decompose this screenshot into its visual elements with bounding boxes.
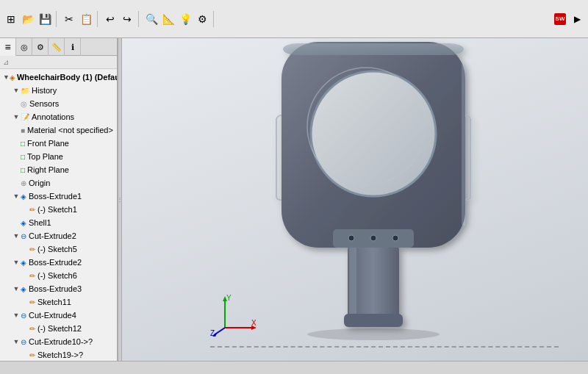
fm-tab-property[interactable]: ◎ [16,38,32,56]
expand-icon[interactable]: ▼ [12,232,21,240]
tree-item-15[interactable]: ▼◈Boss-Extrude3 [0,282,117,295]
tree-item-label-3: Material <not specified> [27,126,113,134]
new-button[interactable]: ⊞ [3,11,19,27]
tree-item-icon-17: ⊖ [21,312,26,320]
tree-item-6[interactable]: □Right Plane [0,163,117,176]
expand-icon[interactable]: ▼ [12,259,21,266]
tree-item-label-17: Cut-Extrude4 [29,311,76,320]
3d-shape-container [181,46,573,331]
coordinate-axes: Y X Z [210,295,254,339]
expand-icon[interactable]: ▼ [12,312,21,319]
tree-item-4[interactable]: □Front Plane [0,137,117,150]
fm-tabs: ≡ ◎ ⚙ 📏 ℹ [0,38,117,56]
expand-icon[interactable]: ▶ [569,11,585,27]
expand-icon[interactable]: ▼ [12,193,21,200]
tree-item-icon-15: ◈ [21,285,26,293]
tree-root[interactable]: ▼ ◈ WheelchairBody (1) (Defaul [0,71,117,84]
tree-item-label-11: Cut-Extrude2 [29,231,76,240]
svg-rect-11 [462,64,465,226]
copy-button[interactable]: 📋 [78,11,94,27]
axes-svg: Y X Z [210,295,262,339]
feature-tree[interactable]: ▼ ◈ WheelchairBody (1) (Defaul ▼📁History… [0,69,117,361]
save-button[interactable]: 💾 [37,11,53,27]
tree-item-label-9: (-) Sketch1 [37,205,77,214]
tree-item-17[interactable]: ▼⊖Cut-Extrude4 [0,309,117,322]
expand-icon[interactable]: ▼ [12,113,21,121]
svg-rect-1 [283,43,464,55]
fm-tab-tree[interactable]: ≡ [0,38,16,56]
tree-item-label-10: Shell1 [29,218,51,227]
tree-item-18[interactable]: ✏(-) Sketch12 [0,322,117,335]
tree-item-label-20: Sketch19->? [37,350,83,359]
tree-item-10[interactable]: ◈Shell1 [0,216,117,229]
tree-item-label-2: Annotations [32,112,74,121]
light-button[interactable]: 💡 [177,11,193,27]
tree-item-7[interactable]: ⊕Origin [0,176,117,190]
tree-item-11[interactable]: ▼⊖Cut-Extrude2 [0,229,117,242]
tree-item-1[interactable]: ◎Sensors [0,97,117,110]
tree-item-label-8: Boss-Extrude1 [29,192,82,201]
undo-button[interactable]: ↩ [102,11,118,27]
tree-item-label-16: Sketch11 [37,298,71,306]
tree-item-5[interactable]: □Top Plane [0,150,117,163]
3d-viewport[interactable]: Y X Z [122,38,588,361]
toolbar-section-1: ⊞ 📂 💾 [3,11,57,27]
tree-items: ▼📁History ◎Sensors▼📝Annotations ■Materia… [0,84,117,361]
sw-logo: SW [554,13,566,25]
tree-item-icon-6: □ [21,166,25,174]
expand-root[interactable]: ▼ [3,73,10,81]
tree-item-icon-13: ◈ [21,259,26,267]
tree-item-label-1: Sensors [29,99,59,108]
tree-item-20[interactable]: ✏Sketch19->? [0,348,117,361]
status-bar [0,361,588,374]
expand-icon[interactable]: ▼ [12,338,21,345]
feature-manager-panel: ≡ ◎ ⚙ 📏 ℹ ⊿ ▼ ◈ WheelchairBody (1) (Defa… [0,38,118,361]
toolbar-right: SW ▶ [554,11,585,27]
zoom-button[interactable]: 🔍 [143,11,159,27]
fm-tab-config[interactable]: ⚙ [32,38,49,56]
tree-item-icon-16: ✏ [29,298,35,306]
svg-point-13 [348,235,354,241]
tree-item-0[interactable]: ▼📁History [0,84,117,97]
part-icon: ◈ [10,73,15,82]
fm-tab-dim[interactable]: 📏 [49,38,65,56]
svg-rect-10 [344,314,403,327]
tree-item-14[interactable]: ✏(-) Sketch6 [0,269,117,282]
tree-item-icon-10: ◈ [21,219,26,227]
tree-item-label-6: Right Plane [27,165,69,174]
tree-item-16[interactable]: ✏Sketch11 [0,295,117,309]
settings-button[interactable]: ⚙ [194,11,210,27]
tree-item-9[interactable]: ✏(-) Sketch1 [0,203,117,216]
expand-icon[interactable]: ▼ [12,87,21,94]
tree-item-label-0: History [32,86,57,95]
tree-item-2[interactable]: ▼📝Annotations [0,110,117,123]
tree-item-icon-14: ✏ [29,272,35,280]
tree-item-13[interactable]: ▼◈Boss-Extrude2 [0,256,117,269]
tree-item-label-14: (-) Sketch6 [37,271,77,280]
svg-point-16 [307,328,440,340]
tree-item-label-7: Origin [29,179,50,187]
tree-item-12[interactable]: ✏(-) Sketch5 [0,242,117,256]
cut-button[interactable]: ✂ [61,11,77,27]
toolbar: ⊞ 📂 💾 ✂ 📋 ↩ ↪ 🔍 📐 💡 ⚙ SW ▶ [0,0,588,38]
tree-item-19[interactable]: ▼⊖Cut-Extrude10->? [0,335,117,348]
svg-text:X: X [251,319,257,327]
tree-item-3[interactable]: ■Material <not specified> [0,123,117,137]
tree-item-icon-8: ◈ [21,193,26,201]
tree-item-icon-20: ✏ [29,351,35,359]
tree-item-icon-7: ⊕ [21,179,26,187]
expand-icon[interactable]: ▼ [12,285,21,292]
svg-text:Y: Y [226,295,232,302]
tree-item-label-15: Boss-Extrude3 [29,284,82,293]
redo-button[interactable]: ↪ [119,11,135,27]
measure-button[interactable]: 📐 [160,11,176,27]
tree-item-icon-3: ■ [21,126,25,134]
part-svg [252,38,502,350]
fm-tab-info[interactable]: ℹ [65,38,81,56]
tree-item-icon-18: ✏ [29,325,35,333]
toolbar-section-4: 🔍 📐 💡 ⚙ [143,11,214,27]
tree-item-icon-12: ✏ [29,245,35,253]
tree-item-8[interactable]: ▼◈Boss-Extrude1 [0,190,117,203]
svg-point-15 [392,235,398,241]
open-button[interactable]: 📂 [20,11,36,27]
